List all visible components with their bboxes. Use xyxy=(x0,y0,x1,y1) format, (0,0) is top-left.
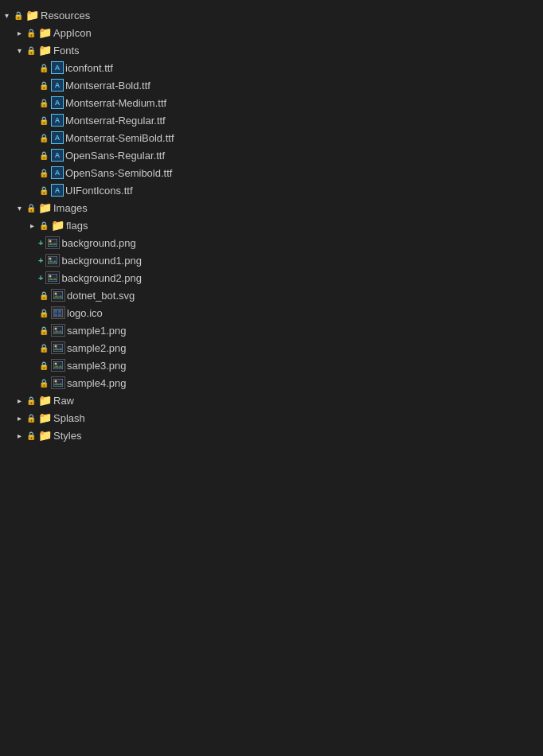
image-file-icon xyxy=(51,324,65,337)
folder-icon: 📁 xyxy=(51,219,64,232)
svg-rect-11 xyxy=(54,314,57,316)
image-file-icon xyxy=(45,271,60,284)
item-label-background2: background2.png xyxy=(61,272,141,284)
tree-item-images[interactable]: ▾🔒📁Images xyxy=(0,199,543,216)
folder-icon: 📁 xyxy=(38,44,52,57)
font-file-icon: A xyxy=(51,166,64,179)
item-label-sample3: sample3.png xyxy=(67,360,126,372)
chevron-right-icon[interactable]: ▸ xyxy=(25,219,38,232)
file-tree: ▾🔒📁Resources▸🔒📁AppIcon▾🔒📁Fonts🔒Aiconfont… xyxy=(0,0,543,450)
lock-icon: 🔒 xyxy=(26,414,36,423)
item-label-appicon: AppIcon xyxy=(53,27,92,39)
tree-item-fonts[interactable]: ▾🔒📁Fonts xyxy=(0,41,543,59)
tree-item-montserrat-medium[interactable]: 🔒AMontserrat-Medium.ttf xyxy=(0,94,543,111)
tree-item-splash[interactable]: ▸🔒📁Splash xyxy=(0,409,543,427)
svg-point-20 xyxy=(55,380,57,383)
tree-item-sample3[interactable]: 🔒 sample3.png xyxy=(0,357,543,374)
font-file-icon: A xyxy=(51,149,64,162)
svg-point-1 xyxy=(49,240,52,243)
font-file-icon: A xyxy=(51,131,64,144)
lock-icon: 🔒 xyxy=(39,291,49,300)
tree-item-sample4[interactable]: 🔒 sample4.png xyxy=(0,374,543,392)
chevron-down-icon[interactable]: ▾ xyxy=(13,44,25,57)
chevron-right-icon[interactable]: ▸ xyxy=(13,394,25,407)
item-label-montserrat-bold: Montserrat-Bold.ttf xyxy=(65,80,150,92)
svg-point-14 xyxy=(55,328,57,330)
added-badge: + xyxy=(38,255,43,265)
image-file-icon xyxy=(51,376,65,389)
svg-rect-0 xyxy=(48,239,57,247)
tree-item-opensans-regular[interactable]: 🔒AOpenSans-Regular.ttf xyxy=(0,146,543,164)
tree-item-background[interactable]: + background.png xyxy=(0,234,543,251)
svg-point-7 xyxy=(55,293,57,295)
chevron-right-icon[interactable]: ▸ xyxy=(13,26,25,39)
item-label-splash: Splash xyxy=(53,412,85,424)
tree-item-montserrat-regular[interactable]: 🔒AMontserrat-Regular.ttf xyxy=(0,111,543,129)
item-label-background1: background1.png xyxy=(61,255,141,267)
lock-icon: 🔒 xyxy=(39,64,49,72)
tree-item-opensans-semibold[interactable]: 🔒AOpenSans-Semibold.ttf xyxy=(0,164,543,181)
item-label-sample4: sample4.png xyxy=(67,377,126,389)
tree-item-montserrat-semibold[interactable]: 🔒AMontserrat-SemiBold.ttf xyxy=(0,129,543,146)
item-label-uifonticons: UIFontIcons.ttf xyxy=(65,185,133,197)
svg-rect-17 xyxy=(53,361,63,369)
lock-icon: 🔒 xyxy=(39,186,49,195)
lock-icon: 🔒 xyxy=(26,46,36,55)
tree-item-background1[interactable]: + background1.png xyxy=(0,251,543,269)
font-file-icon: A xyxy=(51,114,64,127)
tree-item-sample2[interactable]: 🔒 sample2.png xyxy=(0,339,543,357)
svg-rect-6 xyxy=(53,291,63,299)
lock-icon: 🔒 xyxy=(26,396,36,405)
svg-rect-9 xyxy=(54,310,57,313)
item-label-opensans-regular: OpenSans-Regular.ttf xyxy=(65,150,165,162)
chevron-right-icon[interactable]: ▸ xyxy=(13,429,25,442)
item-label-logo: logo.ico xyxy=(67,307,103,319)
ico-file-icon xyxy=(51,306,65,319)
tree-item-uifonticons[interactable]: 🔒AUIFontIcons.ttf xyxy=(0,181,543,199)
item-label-flags: flags xyxy=(66,220,88,232)
svg-rect-19 xyxy=(53,379,63,387)
font-file-icon: A xyxy=(51,96,64,109)
item-label-sample1: sample1.png xyxy=(67,325,126,337)
font-file-icon: A xyxy=(51,79,64,92)
folder-icon: 📁 xyxy=(25,9,39,21)
item-label-sample2: sample2.png xyxy=(67,342,126,354)
item-label-resources: Resources xyxy=(41,10,90,21)
svg-rect-12 xyxy=(58,314,61,316)
tree-item-logo[interactable]: 🔒 logo.ico xyxy=(0,304,543,321)
tree-item-dotnet_bot[interactable]: 🔒 dotnet_bot.svg xyxy=(0,286,543,304)
item-label-montserrat-semibold: Montserrat-SemiBold.ttf xyxy=(65,132,174,144)
item-label-styles: Styles xyxy=(53,430,81,442)
lock-icon: 🔒 xyxy=(39,309,49,318)
tree-item-sample1[interactable]: 🔒 sample1.png xyxy=(0,321,543,339)
font-file-icon: A xyxy=(51,184,64,197)
item-label-montserrat-medium: Montserrat-Medium.ttf xyxy=(65,97,166,109)
tree-item-background2[interactable]: + background2.png xyxy=(0,269,543,286)
tree-item-flags[interactable]: ▸🔒📁flags xyxy=(0,216,543,234)
lock-icon: 🔒 xyxy=(39,361,49,370)
item-label-background: background.png xyxy=(61,237,135,249)
folder-icon: 📁 xyxy=(38,26,52,39)
chevron-right-icon[interactable]: ▸ xyxy=(13,411,25,424)
image-file-icon xyxy=(51,289,65,302)
tree-item-appicon[interactable]: ▸🔒📁AppIcon xyxy=(0,24,543,41)
item-label-iconfont: iconfont.ttf xyxy=(65,62,113,74)
item-label-opensans-semibold: OpenSans-Semibold.ttf xyxy=(65,167,172,179)
font-file-icon: A xyxy=(51,61,64,74)
lock-icon: 🔒 xyxy=(39,379,49,388)
tree-item-raw[interactable]: ▸🔒📁Raw xyxy=(0,392,543,409)
tree-item-iconfont[interactable]: 🔒Aiconfont.ttf xyxy=(0,59,543,76)
chevron-down-icon[interactable]: ▾ xyxy=(13,201,25,214)
lock-icon: 🔒 xyxy=(39,81,49,90)
folder-icon: 📁 xyxy=(38,201,52,214)
chevron-down-icon[interactable]: ▾ xyxy=(0,9,13,21)
tree-item-montserrat-bold[interactable]: 🔒AMontserrat-Bold.ttf xyxy=(0,76,543,94)
lock-icon: 🔒 xyxy=(39,221,49,230)
tree-item-styles[interactable]: ▸🔒📁Styles xyxy=(0,427,543,444)
item-label-dotnet_bot: dotnet_bot.svg xyxy=(67,290,135,302)
tree-item-resources[interactable]: ▾🔒📁Resources xyxy=(0,6,543,24)
lock-icon: 🔒 xyxy=(39,344,49,353)
lock-icon: 🔒 xyxy=(39,116,49,125)
image-file-icon xyxy=(51,359,65,372)
svg-point-5 xyxy=(49,275,52,278)
